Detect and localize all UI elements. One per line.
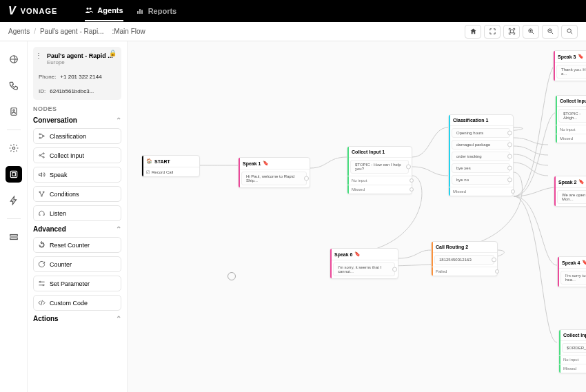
agents-icon — [85, 6, 93, 14]
flow-node-speak1[interactable]: Speak 1🔖 Hi Paul, welcome to Rapid Ship.… — [238, 157, 310, 188]
tag-icon: 🔖 — [582, 260, 586, 265]
rail-bolt-icon[interactable] — [6, 192, 22, 209]
search-button[interactable] — [561, 25, 578, 39]
rail-overview-icon[interactable] — [6, 51, 22, 68]
svg-point-25 — [41, 195, 43, 196]
zoom-out-button[interactable] — [542, 25, 558, 39]
agent-title: Paul's agent - Rapid ... — [47, 52, 116, 59]
flow-node-speak6[interactable]: Speak 6🔖 I'm sorry, it seems that I cann… — [330, 248, 398, 279]
phone-label: Phone: — [39, 74, 56, 80]
flow-node-collect2[interactable]: Collect Inpu $TOPIC - Alrigh... No input… — [555, 95, 586, 143]
nodes-label: NODES — [33, 105, 121, 112]
section-advanced[interactable]: Advanced ⌃ — [33, 225, 121, 233]
flow-node-speak2[interactable]: Speak 2🔖 We are open Mon... — [554, 176, 586, 207]
flow-node-classification1[interactable]: Classification 1 Opening hours damaged p… — [448, 114, 514, 196]
svg-point-21 — [43, 153, 44, 154]
breadcrumb: Agents / Paul's agent - Rapi... :Main Fl… — [8, 28, 145, 35]
rail-settings-icon[interactable] — [6, 140, 22, 156]
node-custom-code[interactable]: Custom Code — [33, 295, 121, 311]
flow-node-speak3[interactable]: Speak 3🔖 Thank you. Have a... — [553, 50, 586, 81]
agent-card: 🔒 ⋮ Paul's agent - Rapid ... Europe Phon… — [33, 47, 121, 100]
id-value: 6241b561bdbc3... — [50, 88, 94, 94]
svg-point-1 — [90, 8, 92, 10]
svg-rect-15 — [10, 235, 17, 236]
flow-node-collect3[interactable]: Collect Inp $ORDER_NO... No input Missed — [558, 329, 586, 373]
lock-icon: 🔒 — [109, 50, 119, 59]
flow-node-routing2[interactable]: Call Routing 2 18125450312163 Failed — [431, 241, 498, 276]
nav-reports-label: Reports — [148, 7, 177, 15]
nav-reports[interactable]: Reports — [136, 1, 177, 21]
svg-rect-13 — [10, 171, 17, 177]
chevron-up-icon: ⌃ — [116, 315, 121, 322]
flow-node-start[interactable]: 🏠START ☑Record Call — [141, 155, 200, 177]
canvas-toolbar — [465, 25, 578, 39]
section-actions[interactable]: Actions ⌃ — [33, 315, 121, 322]
nav-agents-label: Agents — [97, 6, 123, 14]
tag-icon: 🔖 — [578, 54, 585, 59]
brand-logo[interactable]: V VONAGE — [8, 5, 57, 17]
svg-point-26 — [39, 281, 41, 282]
tag-icon: 🔖 — [578, 179, 585, 185]
node-counter[interactable]: Counter — [33, 256, 121, 272]
svg-point-8 — [567, 29, 571, 33]
tag-icon: 🔖 — [263, 161, 270, 166]
svg-rect-3 — [139, 9, 141, 14]
rail-phone-icon[interactable] — [6, 77, 22, 94]
topnav: Agents Reports — [85, 1, 176, 21]
breadcrumb-agent[interactable]: Paul's agent - Rapi... — [40, 28, 104, 35]
breadcrumb-bar: Agents / Paul's agent - Rapi... :Main Fl… — [0, 22, 586, 41]
cursor-indicator — [228, 272, 236, 280]
phone-value: +1 201 322 2144 — [60, 74, 101, 80]
home-button[interactable] — [465, 25, 481, 39]
home-icon: 🏠 — [146, 158, 152, 164]
node-speak[interactable]: Speak — [33, 167, 121, 183]
nav-agents[interactable]: Agents — [85, 1, 123, 21]
section-conversation[interactable]: Conversation ⌃ — [33, 116, 121, 124]
node-collect-input[interactable]: Collect Input — [33, 147, 121, 163]
svg-point-20 — [39, 155, 41, 156]
svg-point-17 — [39, 134, 41, 135]
breadcrumb-root[interactable]: Agents — [8, 28, 30, 35]
record-icon: ☑ — [146, 169, 150, 174]
fullscreen-button[interactable] — [484, 25, 501, 39]
node-reset-counter[interactable]: Reset Counter — [33, 237, 121, 253]
left-rail — [0, 41, 28, 392]
svg-point-0 — [87, 8, 89, 10]
tag-icon: 🔖 — [354, 251, 361, 257]
chevron-up-icon: ⌃ — [116, 225, 121, 233]
svg-point-27 — [43, 285, 44, 286]
svg-point-22 — [43, 156, 44, 158]
topbar: V VONAGE Agents Reports — [0, 0, 586, 22]
svg-point-18 — [39, 137, 41, 138]
agent-region: Europe — [47, 59, 116, 65]
svg-point-11 — [12, 110, 14, 111]
node-conditions[interactable]: Conditions — [33, 186, 121, 202]
chevron-up-icon: ⌃ — [116, 116, 121, 124]
fit-button[interactable] — [503, 25, 520, 39]
svg-rect-16 — [10, 238, 17, 239]
node-listen[interactable]: Listen — [33, 205, 121, 221]
svg-rect-5 — [510, 30, 514, 33]
svg-rect-2 — [137, 11, 139, 14]
side-panel: 🔒 ⋮ Paul's agent - Rapid ... Europe Phon… — [28, 41, 128, 392]
svg-rect-4 — [141, 10, 143, 14]
svg-rect-14 — [12, 173, 15, 176]
brand-text: VONAGE — [21, 7, 58, 15]
reports-icon — [136, 7, 144, 15]
svg-point-23 — [39, 192, 41, 193]
agent-menu-button[interactable]: ⋮ — [35, 54, 42, 58]
flow-node-collect1[interactable]: Collect Input 1 $TOPIC - How can I help … — [347, 146, 412, 194]
id-label: ID: — [39, 88, 46, 94]
zoom-in-button[interactable] — [523, 25, 539, 39]
rail-agent-icon[interactable] — [6, 103, 22, 120]
breadcrumb-flow: :Main Flow — [112, 28, 145, 35]
node-set-parameter[interactable]: Set Parameter — [33, 276, 121, 291]
flow-canvas[interactable]: 🏠START ☑Record Call Speak 1🔖 Hi Paul, we… — [128, 41, 586, 392]
rail-data-icon[interactable] — [6, 229, 22, 245]
svg-point-24 — [43, 192, 44, 193]
node-classification[interactable]: Classification — [33, 128, 121, 144]
svg-point-12 — [12, 147, 15, 149]
flow-node-speak4[interactable]: Speak 4🔖 I'm sorry to hea... — [557, 256, 586, 287]
rail-flow-icon[interactable] — [6, 166, 22, 183]
logo-mark: V — [8, 5, 17, 17]
